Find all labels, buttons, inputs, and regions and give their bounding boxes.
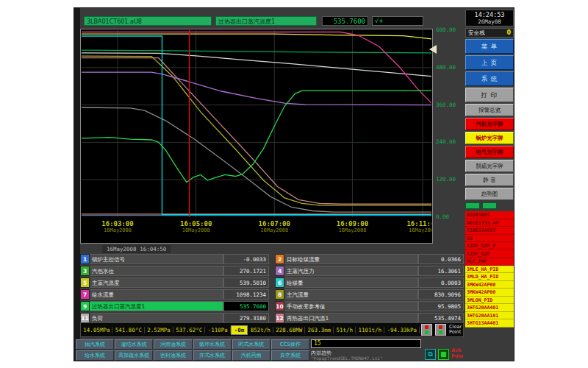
legend-color-chip: 7 (80, 289, 90, 300)
clear-point-label[interactable]: ClearPoint (448, 325, 463, 335)
alarm-item[interactable]: 3HTG13AA401 (465, 319, 514, 328)
alarm-item[interactable]: N01E17SS.4M (465, 219, 514, 227)
legend-row[interactable]: 10手动改变参考值95.9805 (275, 301, 464, 311)
alarm-page-tab-2[interactable] (482, 202, 497, 209)
legend-row[interactable]: 11负荷279.3180 (80, 313, 269, 323)
trend-svg[interactable] (82, 30, 431, 217)
sidebar-button-2[interactable]: 上 页 (465, 55, 514, 70)
nav-button-9[interactable]: 密封油系统 (154, 350, 192, 361)
legend-row[interactable]: 8主汽流量830.9096 (275, 289, 464, 300)
clock-time: 14:24:53 (466, 11, 513, 18)
legend-color-chip: 1 (80, 254, 90, 264)
trend-plot-area[interactable] (82, 30, 431, 217)
alarm-item[interactable]: MLE_PAF (465, 258, 514, 266)
legend-value: 0.0003 (418, 277, 464, 288)
alarm-item[interactable]: 3MLD_HA_PID (465, 273, 514, 281)
legend-color-chip: 8 (275, 289, 284, 300)
sidebar-button-5[interactable]: 报警总览 (465, 104, 514, 116)
legend-row[interactable]: 9过热器出口蒸汽温度1535.7600 (80, 301, 269, 311)
legend-color-chip: 3 (80, 266, 90, 276)
safety-count: 0 (506, 29, 511, 36)
nav-button-4[interactable]: 循环水系统 (193, 339, 232, 350)
nav-button-8[interactable]: 高加疏水系统 (115, 350, 153, 361)
legend-label: 过热器出口蒸汽温度1 (90, 301, 223, 311)
status-cell: 228.68MW (273, 327, 305, 333)
legend-row[interactable]: 7给水流量1098.1234 (80, 289, 269, 300)
series-5 (82, 56, 431, 205)
status-cell: 263.3mm (305, 327, 334, 333)
network-icon[interactable]: ⧉ (425, 349, 436, 360)
alarm-item[interactable]: O2 (465, 235, 514, 243)
alarm-item[interactable]: T18E12ACHT (465, 227, 514, 235)
sidebar-button-11[interactable]: 趋势图 (465, 188, 514, 200)
dcs-trend-window: 3LBA01CT601.aU8 过热器出口蒸汽温度1 535.7600 √+ 1… (74, 7, 514, 361)
sidebar-button-7[interactable]: 锅炉光字牌 (465, 132, 514, 144)
sidebar-button-6[interactable]: 汽机光字牌 (465, 118, 514, 130)
sidebar-button-8[interactable]: 电气光字牌 (465, 146, 514, 158)
alarm-item[interactable]: 3HTG20AA401 (465, 304, 514, 312)
series-8 (82, 50, 431, 53)
alarm-item[interactable]: 3HTG20AA101 (465, 312, 514, 320)
parameter-legend: 1锅炉主控信号-0.00333汽包水位270.17215主蒸汽温度539.501… (80, 254, 464, 323)
display-icon[interactable] (438, 349, 449, 360)
alarm-item[interactable]: 3MLON_PID (465, 297, 514, 305)
legend-color-chip: 5 (80, 277, 90, 288)
legend-row[interactable]: 12再热器出口汽温1535.4974 (275, 313, 464, 323)
status-bar: 14.05MPa541.80°C2.52MPa537.62°C-110Pa-0m… (80, 322, 464, 337)
cursor-readout-field[interactable]: √+ (372, 16, 423, 26)
legend-color-chip: 4 (275, 266, 284, 276)
alarm-item[interactable]: 3MKW42AP00 (465, 281, 514, 289)
legend-value: 535.7600 (223, 301, 269, 311)
tag-field[interactable]: 3LBA01CT601.aU8 (84, 16, 212, 26)
red-led-icon (439, 325, 442, 329)
legend-color-chip: 10 (275, 301, 284, 311)
nav-button-1[interactable]: 抽汽系统 (76, 339, 114, 350)
status-cell: 541.80°C (112, 327, 144, 333)
sidebar-button-3[interactable]: 系 统 (465, 71, 514, 86)
series-12 (82, 91, 431, 183)
nav-button-12[interactable]: 真空系统 (271, 350, 309, 361)
legend-label: 给煤量 (284, 277, 418, 288)
nav-button-3[interactable]: 润滑油系统 (154, 339, 192, 350)
alarm-item[interactable]: 3MLE_HA_PID (465, 266, 514, 274)
series-7 (82, 72, 431, 105)
legend-row[interactable]: 6给煤量0.0003 (275, 277, 464, 288)
description-field[interactable]: 过热器出口蒸汽温度1 (215, 16, 317, 26)
sidebar-button-1[interactable]: 菜 单 (465, 39, 514, 54)
legend-label: 主蒸汽温度 (90, 277, 223, 288)
scale-pointer-icon[interactable] (429, 45, 437, 54)
nav-button-5[interactable]: 闭式水系统 (232, 339, 270, 350)
nav-button-7[interactable]: 给水系统 (76, 350, 114, 361)
x-tick-date: 16May2008 (406, 227, 431, 233)
nav-button-6[interactable]: CCS操作 (271, 339, 309, 350)
legend-row[interactable]: 2目标给煤流量0.0366 (275, 254, 464, 264)
command-input[interactable]: 15 (311, 339, 421, 348)
led-button-2[interactable] (435, 324, 446, 336)
legend-row[interactable]: 3汽包水位270.1721 (80, 266, 269, 276)
nav-button-2[interactable]: 凝结水系统 (115, 339, 153, 350)
alarm-item[interactable]: 1IDF_GZF (465, 250, 514, 258)
alarm-page-tab-1[interactable] (465, 202, 480, 209)
y-tick-label: 360.00 (436, 102, 456, 108)
nav-button-11[interactable]: 汽机画面 (232, 350, 270, 361)
legend-value: 270.1721 (223, 266, 269, 276)
legend-row[interactable]: 1锅炉主控信号-0.0033 (80, 254, 269, 264)
legend-color-chip: 12 (275, 313, 284, 323)
y-tick-label: 240.00 (436, 138, 456, 145)
sidebar-button-9[interactable]: 脱硫光字牌 (465, 160, 514, 172)
alarm-item[interactable]: 1IDF_GZF_F (465, 242, 514, 250)
y-tick-label: 120.00 (436, 176, 456, 183)
value-scale[interactable]: 600.00480.00360.00240.00120.000.00 (434, 29, 464, 244)
nav-button-10[interactable]: 开式水系统 (193, 350, 232, 361)
alarm-item[interactable]: B3901BHT (465, 211, 514, 219)
legend-row[interactable]: 5主蒸汽温度539.5010 (80, 277, 269, 288)
x-tick-time: 16:11:00 (406, 220, 431, 227)
sidebar-button-10[interactable]: 静 音 (465, 174, 514, 186)
alarm-item[interactable]: 3MKW42AP00 (465, 289, 514, 297)
led-button-1[interactable] (421, 324, 432, 336)
current-value-field: 535.7600 (322, 16, 368, 26)
sidebar-button-4[interactable]: 打 印 (465, 88, 514, 102)
legend-row[interactable]: 4主蒸汽压力16.3061 (275, 266, 464, 276)
x-tick-date: 16May2008 (337, 227, 368, 233)
status-cell: 1101t/h (356, 327, 384, 333)
